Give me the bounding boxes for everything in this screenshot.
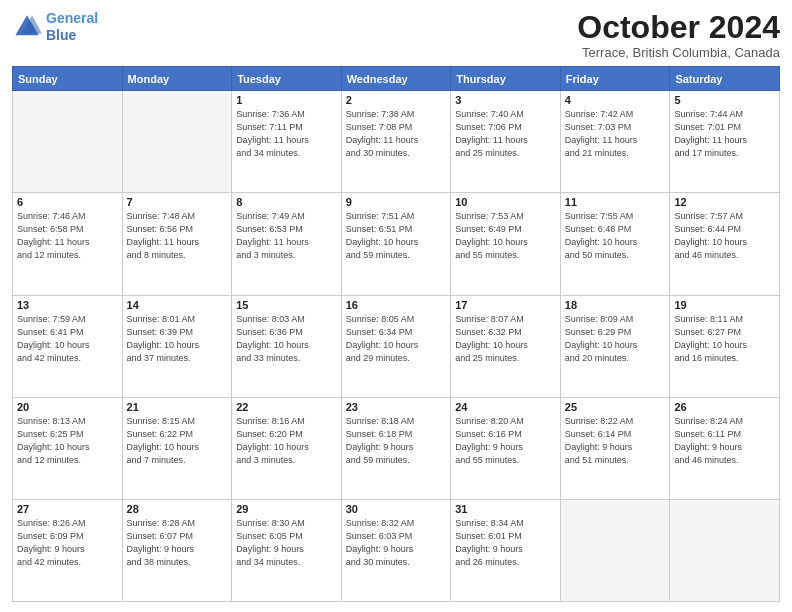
day-number: 25 (565, 401, 666, 413)
day-info: Sunrise: 7:53 AMSunset: 6:49 PMDaylight:… (455, 210, 556, 262)
header: General Blue October 2024 Terrace, Briti… (12, 10, 780, 60)
calendar-cell: 30Sunrise: 8:32 AMSunset: 6:03 PMDayligh… (341, 499, 451, 601)
day-of-week-friday: Friday (560, 67, 670, 91)
calendar-cell: 13Sunrise: 7:59 AMSunset: 6:41 PMDayligh… (13, 295, 123, 397)
day-number: 2 (346, 94, 447, 106)
calendar-week-4: 20Sunrise: 8:13 AMSunset: 6:25 PMDayligh… (13, 397, 780, 499)
day-number: 20 (17, 401, 118, 413)
calendar-cell: 22Sunrise: 8:16 AMSunset: 6:20 PMDayligh… (232, 397, 342, 499)
calendar-cell: 27Sunrise: 8:26 AMSunset: 6:09 PMDayligh… (13, 499, 123, 601)
day-info: Sunrise: 8:15 AMSunset: 6:22 PMDaylight:… (127, 415, 228, 467)
calendar-cell (13, 91, 123, 193)
day-of-week-thursday: Thursday (451, 67, 561, 91)
logo-line1: General (46, 10, 98, 26)
calendar-cell: 17Sunrise: 8:07 AMSunset: 6:32 PMDayligh… (451, 295, 561, 397)
calendar-week-5: 27Sunrise: 8:26 AMSunset: 6:09 PMDayligh… (13, 499, 780, 601)
day-info: Sunrise: 8:30 AMSunset: 6:05 PMDaylight:… (236, 517, 337, 569)
day-of-week-sunday: Sunday (13, 67, 123, 91)
month-title: October 2024 (577, 10, 780, 45)
calendar-cell: 25Sunrise: 8:22 AMSunset: 6:14 PMDayligh… (560, 397, 670, 499)
day-info: Sunrise: 8:28 AMSunset: 6:07 PMDaylight:… (127, 517, 228, 569)
calendar-week-2: 6Sunrise: 7:46 AMSunset: 6:58 PMDaylight… (13, 193, 780, 295)
day-number: 5 (674, 94, 775, 106)
day-info: Sunrise: 8:16 AMSunset: 6:20 PMDaylight:… (236, 415, 337, 467)
day-info: Sunrise: 7:59 AMSunset: 6:41 PMDaylight:… (17, 313, 118, 365)
location: Terrace, British Columbia, Canada (577, 45, 780, 60)
day-number: 26 (674, 401, 775, 413)
day-number: 4 (565, 94, 666, 106)
title-area: October 2024 Terrace, British Columbia, … (577, 10, 780, 60)
calendar-cell: 10Sunrise: 7:53 AMSunset: 6:49 PMDayligh… (451, 193, 561, 295)
logo-text: General Blue (46, 10, 98, 44)
calendar-cell: 2Sunrise: 7:38 AMSunset: 7:08 PMDaylight… (341, 91, 451, 193)
calendar-cell: 1Sunrise: 7:36 AMSunset: 7:11 PMDaylight… (232, 91, 342, 193)
day-info: Sunrise: 7:36 AMSunset: 7:11 PMDaylight:… (236, 108, 337, 160)
day-number: 14 (127, 299, 228, 311)
calendar-cell: 5Sunrise: 7:44 AMSunset: 7:01 PMDaylight… (670, 91, 780, 193)
day-number: 3 (455, 94, 556, 106)
day-info: Sunrise: 7:48 AMSunset: 6:56 PMDaylight:… (127, 210, 228, 262)
day-info: Sunrise: 8:22 AMSunset: 6:14 PMDaylight:… (565, 415, 666, 467)
calendar-cell: 26Sunrise: 8:24 AMSunset: 6:11 PMDayligh… (670, 397, 780, 499)
day-info: Sunrise: 8:01 AMSunset: 6:39 PMDaylight:… (127, 313, 228, 365)
calendar-cell: 21Sunrise: 8:15 AMSunset: 6:22 PMDayligh… (122, 397, 232, 499)
day-number: 17 (455, 299, 556, 311)
day-number: 21 (127, 401, 228, 413)
day-info: Sunrise: 7:38 AMSunset: 7:08 PMDaylight:… (346, 108, 447, 160)
day-number: 23 (346, 401, 447, 413)
day-info: Sunrise: 8:34 AMSunset: 6:01 PMDaylight:… (455, 517, 556, 569)
calendar-cell: 28Sunrise: 8:28 AMSunset: 6:07 PMDayligh… (122, 499, 232, 601)
day-number: 15 (236, 299, 337, 311)
calendar-table: SundayMondayTuesdayWednesdayThursdayFrid… (12, 66, 780, 602)
calendar-week-1: 1Sunrise: 7:36 AMSunset: 7:11 PMDaylight… (13, 91, 780, 193)
day-info: Sunrise: 7:57 AMSunset: 6:44 PMDaylight:… (674, 210, 775, 262)
calendar-cell: 20Sunrise: 8:13 AMSunset: 6:25 PMDayligh… (13, 397, 123, 499)
day-number: 29 (236, 503, 337, 515)
calendar-cell (670, 499, 780, 601)
day-number: 13 (17, 299, 118, 311)
calendar-week-3: 13Sunrise: 7:59 AMSunset: 6:41 PMDayligh… (13, 295, 780, 397)
calendar-cell: 4Sunrise: 7:42 AMSunset: 7:03 PMDaylight… (560, 91, 670, 193)
day-info: Sunrise: 8:09 AMSunset: 6:29 PMDaylight:… (565, 313, 666, 365)
page: General Blue October 2024 Terrace, Briti… (0, 0, 792, 612)
day-number: 8 (236, 196, 337, 208)
day-number: 12 (674, 196, 775, 208)
day-info: Sunrise: 8:05 AMSunset: 6:34 PMDaylight:… (346, 313, 447, 365)
day-info: Sunrise: 8:26 AMSunset: 6:09 PMDaylight:… (17, 517, 118, 569)
day-info: Sunrise: 7:44 AMSunset: 7:01 PMDaylight:… (674, 108, 775, 160)
day-number: 31 (455, 503, 556, 515)
day-info: Sunrise: 8:32 AMSunset: 6:03 PMDaylight:… (346, 517, 447, 569)
day-number: 27 (17, 503, 118, 515)
day-info: Sunrise: 7:46 AMSunset: 6:58 PMDaylight:… (17, 210, 118, 262)
calendar-cell: 7Sunrise: 7:48 AMSunset: 6:56 PMDaylight… (122, 193, 232, 295)
day-number: 1 (236, 94, 337, 106)
day-number: 7 (127, 196, 228, 208)
day-number: 30 (346, 503, 447, 515)
day-of-week-wednesday: Wednesday (341, 67, 451, 91)
day-info: Sunrise: 7:51 AMSunset: 6:51 PMDaylight:… (346, 210, 447, 262)
calendar-cell: 15Sunrise: 8:03 AMSunset: 6:36 PMDayligh… (232, 295, 342, 397)
calendar-cell: 11Sunrise: 7:55 AMSunset: 6:46 PMDayligh… (560, 193, 670, 295)
day-number: 28 (127, 503, 228, 515)
day-of-week-tuesday: Tuesday (232, 67, 342, 91)
day-number: 9 (346, 196, 447, 208)
day-number: 24 (455, 401, 556, 413)
calendar-cell: 14Sunrise: 8:01 AMSunset: 6:39 PMDayligh… (122, 295, 232, 397)
calendar-cell: 3Sunrise: 7:40 AMSunset: 7:06 PMDaylight… (451, 91, 561, 193)
calendar-cell (122, 91, 232, 193)
day-info: Sunrise: 8:13 AMSunset: 6:25 PMDaylight:… (17, 415, 118, 467)
calendar-cell: 18Sunrise: 8:09 AMSunset: 6:29 PMDayligh… (560, 295, 670, 397)
day-number: 18 (565, 299, 666, 311)
day-info: Sunrise: 7:42 AMSunset: 7:03 PMDaylight:… (565, 108, 666, 160)
day-info: Sunrise: 8:20 AMSunset: 6:16 PMDaylight:… (455, 415, 556, 467)
day-info: Sunrise: 7:40 AMSunset: 7:06 PMDaylight:… (455, 108, 556, 160)
calendar-cell: 8Sunrise: 7:49 AMSunset: 6:53 PMDaylight… (232, 193, 342, 295)
day-number: 6 (17, 196, 118, 208)
day-number: 11 (565, 196, 666, 208)
calendar-cell: 6Sunrise: 7:46 AMSunset: 6:58 PMDaylight… (13, 193, 123, 295)
calendar-cell: 23Sunrise: 8:18 AMSunset: 6:18 PMDayligh… (341, 397, 451, 499)
day-info: Sunrise: 8:18 AMSunset: 6:18 PMDaylight:… (346, 415, 447, 467)
calendar-cell: 12Sunrise: 7:57 AMSunset: 6:44 PMDayligh… (670, 193, 780, 295)
calendar-cell: 29Sunrise: 8:30 AMSunset: 6:05 PMDayligh… (232, 499, 342, 601)
day-info: Sunrise: 8:24 AMSunset: 6:11 PMDaylight:… (674, 415, 775, 467)
